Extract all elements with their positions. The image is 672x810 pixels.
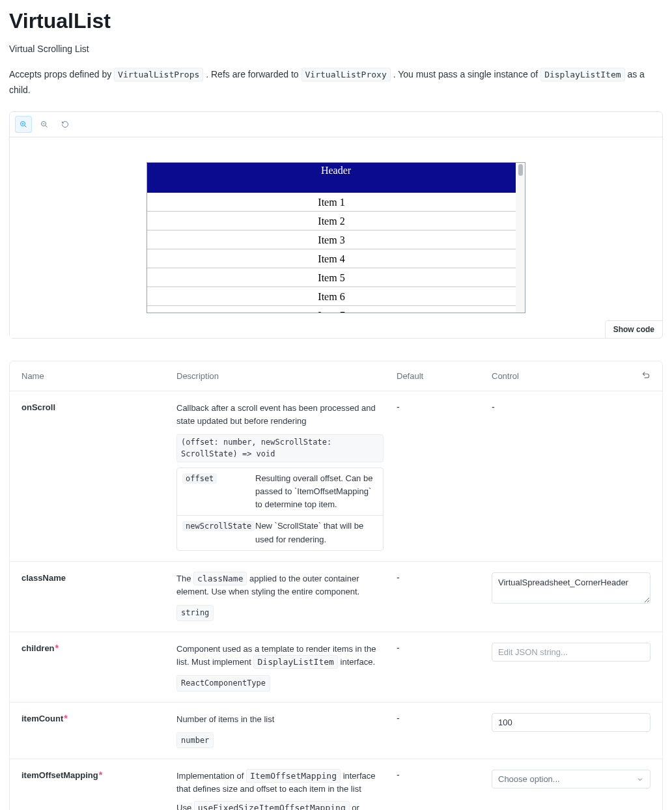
page-subtitle: Virtual Scrolling List	[9, 44, 663, 54]
preview-canvas: Header Item 1 Item 2 Item 3 Item 4 Item …	[10, 137, 662, 338]
list-item: Item 1	[147, 193, 516, 212]
table-header-row: Name Description Default Control	[10, 361, 662, 391]
col-header-name: Name	[21, 371, 176, 381]
list-item: Item 6	[147, 287, 516, 306]
svg-line-1	[25, 125, 27, 127]
prop-description: Number of items in the list	[176, 713, 384, 726]
code-virtuallistprops: VirtualListProps	[114, 68, 203, 81]
zoom-in-button[interactable]	[15, 116, 32, 133]
required-indicator: *	[99, 770, 102, 780]
itemoffsetmapping-select[interactable]: Choose option...	[492, 770, 651, 789]
prop-default: -	[397, 713, 400, 723]
prop-default: -	[397, 770, 400, 780]
list-item: Item 2	[147, 212, 516, 230]
code-displaylistitem: DisplayListItem	[253, 655, 337, 669]
required-indicator: *	[64, 713, 67, 723]
page-title: VirtualList	[9, 9, 663, 33]
list-item: Item 4	[147, 249, 516, 268]
table-row: itemOffsetMapping* Implementation of Ite…	[10, 759, 662, 810]
code-virtuallistproxy: VirtualListProxy	[301, 68, 391, 81]
scrollbar[interactable]	[516, 163, 525, 313]
table-row: itemCount* Number of items in the list n…	[10, 703, 662, 760]
param-description: Resulting overall offset. Can be passed …	[250, 468, 383, 515]
prop-description: Component used as a template to render i…	[176, 643, 384, 669]
code-classname: className	[193, 572, 247, 585]
itemcount-input[interactable]	[492, 713, 651, 732]
table-row: className The className applied to the o…	[10, 562, 662, 632]
prop-type: ReactComponentType	[176, 675, 270, 691]
chevron-down-icon	[636, 775, 644, 783]
undo-icon	[641, 370, 651, 380]
zoom-reset-button[interactable]	[57, 116, 74, 133]
list-item: Item 7	[147, 306, 516, 313]
prop-type: string	[176, 605, 214, 621]
reset-zoom-icon	[61, 120, 69, 129]
param-name: newScrollState	[182, 521, 255, 531]
prop-description: The className applied to the outer conta…	[176, 572, 384, 598]
prop-control-none: -	[492, 402, 495, 412]
prop-name: onScroll	[21, 402, 55, 412]
reset-controls-button[interactable]	[641, 370, 651, 382]
prop-default: -	[397, 643, 400, 653]
list-item: Item 3	[147, 230, 516, 249]
children-input[interactable]	[492, 643, 651, 662]
prop-name: itemCount	[21, 714, 63, 723]
prop-name: itemOffsetMapping	[21, 770, 98, 780]
preview-toolbar	[10, 112, 662, 137]
table-row: onScroll Callback after a scroll event h…	[10, 391, 662, 562]
preview-panel: Header Item 1 Item 2 Item 3 Item 4 Item …	[9, 111, 663, 339]
list-header: Header	[147, 163, 525, 193]
table-row: children* Component used as a template t…	[10, 632, 662, 703]
code-usefixed: useFixedSizeItemOffsetMapping	[194, 801, 350, 810]
prop-default: -	[397, 402, 400, 412]
param-name: offset	[182, 473, 217, 484]
virtual-list-demo[interactable]: Header Item 1 Item 2 Item 3 Item 4 Item …	[147, 162, 525, 313]
param-description: New `ScrollState` that will be used for …	[250, 516, 383, 550]
zoom-in-icon	[20, 120, 27, 129]
col-header-control: Control	[492, 371, 519, 381]
zoom-out-icon	[40, 120, 48, 129]
prop-name: children	[21, 643, 55, 653]
prop-description: Implementation of ItemOffsetMapping inte…	[176, 770, 384, 796]
list-item: Item 5	[147, 268, 516, 287]
scrollbar-thumb[interactable]	[518, 164, 523, 176]
code-displaylistitem: DisplayListItem	[540, 68, 624, 81]
args-table: Name Description Default Control onScrol…	[9, 361, 663, 810]
svg-line-5	[46, 125, 48, 127]
classname-textarea[interactable]	[492, 572, 651, 604]
prop-description: Callback after a scroll event has been p…	[176, 402, 384, 428]
show-code-button[interactable]: Show code	[605, 320, 663, 339]
code-itemoffsetmapping: ItemOffsetMapping	[246, 769, 341, 783]
select-label: Choose option...	[498, 774, 560, 784]
prop-signature: (offset: number, newScrollState: ScrollS…	[176, 434, 384, 462]
prop-type: number	[176, 733, 214, 749]
prop-default: -	[397, 572, 400, 583]
prop-name: className	[21, 573, 66, 583]
col-header-default: Default	[397, 371, 492, 381]
required-indicator: *	[55, 643, 59, 653]
col-header-description: Description	[176, 371, 397, 381]
param-table: offset Resulting overall offset. Can be …	[176, 468, 384, 551]
prop-description-extra: Use useFixedSizeItemOffsetMapping or use…	[176, 802, 384, 810]
page-description: Accepts props defined by VirtualListProp…	[9, 67, 663, 98]
zoom-out-button[interactable]	[36, 116, 53, 133]
